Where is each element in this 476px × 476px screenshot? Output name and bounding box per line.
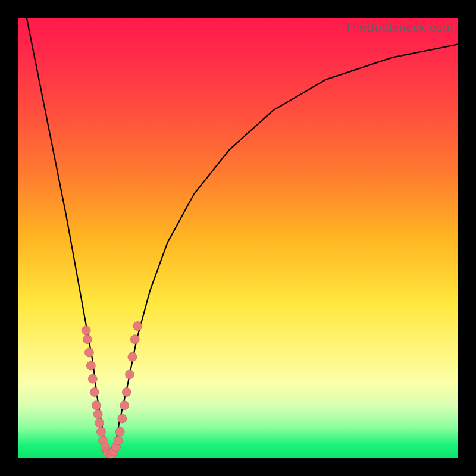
data-point — [130, 335, 139, 344]
data-point — [83, 335, 92, 344]
data-point — [133, 322, 142, 331]
data-point — [82, 326, 90, 335]
data-point-cluster — [82, 322, 142, 459]
data-point — [122, 388, 131, 397]
data-point — [114, 436, 123, 445]
data-point — [92, 401, 101, 410]
data-point — [120, 401, 129, 410]
bottleneck-curve — [18, 18, 458, 458]
chart-frame: TheBottleneck.com — [0, 0, 476, 476]
plot-area: TheBottleneck.com — [18, 18, 458, 458]
data-point — [128, 352, 137, 361]
data-point — [93, 410, 102, 419]
data-point — [95, 418, 104, 427]
data-point — [88, 374, 97, 383]
data-point — [86, 361, 95, 370]
data-point — [90, 388, 99, 397]
data-point — [118, 414, 127, 423]
data-point — [126, 370, 134, 379]
data-point — [84, 348, 93, 357]
data-point — [96, 427, 105, 436]
data-point — [115, 427, 124, 436]
